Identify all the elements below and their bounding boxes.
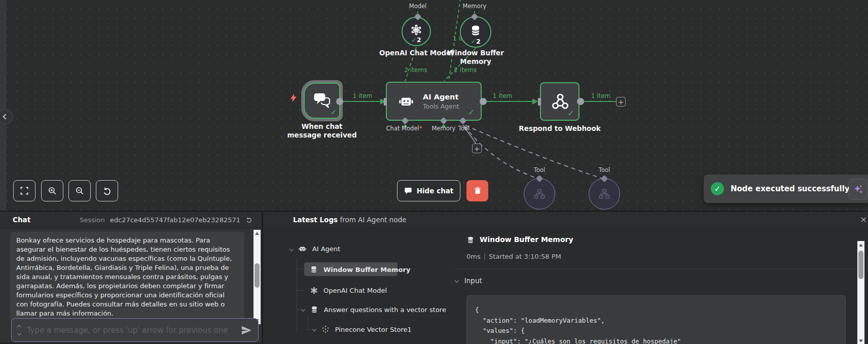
logs-scrollbar-thumb[interactable] — [858, 251, 863, 279]
chat-input-box[interactable] — [11, 318, 259, 342]
chat-scrollbar[interactable] — [254, 230, 261, 324]
port-label-memory-top: Memory — [463, 3, 487, 10]
toast-notification[interactable]: ✓ Node executed successfully — [704, 175, 868, 203]
undo-icon — [102, 186, 112, 196]
delete-execution-button[interactable] — [466, 180, 488, 201]
node-window-buffer-memory[interactable]: ✓2 — [460, 16, 491, 48]
add-tool-endpoint[interactable]: + — [472, 144, 482, 153]
chevron-down-icon[interactable] — [290, 247, 294, 251]
add-node-endpoint[interactable]: + — [616, 97, 626, 107]
agent-subtitle: Tools Agent — [423, 102, 459, 110]
chevron-down-icon[interactable] — [301, 307, 305, 312]
port-label-chat-model: Chat Model* — [386, 125, 422, 132]
database-icon — [469, 24, 482, 37]
log-tree-item-window-buffer-memory[interactable]: Window Buffer Memory — [309, 265, 410, 273]
reset-zoom-button[interactable] — [96, 180, 118, 201]
node-ai-agent[interactable]: AI Agent Tools Agent ✓ — [386, 82, 482, 121]
edge-label-trigger-agent: 1 item — [353, 92, 373, 99]
scroll-up-arrow[interactable] — [859, 244, 863, 247]
respond-output-port[interactable] — [577, 98, 584, 105]
respond-input-port[interactable] — [538, 98, 541, 106]
node-respond-webhook[interactable]: ✓ — [540, 82, 580, 121]
sparkles-icon — [853, 184, 864, 195]
log-tree-item-answer-questions[interactable]: Answer questions with a vector store — [302, 305, 446, 314]
tool2-label: Tool — [599, 166, 610, 174]
edge-label-agent-respond: 1 item — [493, 92, 513, 99]
zoom-in-button[interactable] — [41, 180, 63, 201]
database-icon — [309, 265, 318, 273]
detail-divider — [454, 269, 857, 269]
database-icon — [466, 236, 475, 244]
node-label-respond: Respond to Webhook — [514, 124, 605, 133]
started-at: Started at 3:10:58 PM — [489, 253, 561, 260]
lightning-bolt-icon — [288, 92, 299, 104]
check-icon: ✓ — [468, 108, 475, 117]
items-label-memory: 2 items — [454, 66, 477, 74]
chevron-down-icon[interactable] — [17, 331, 21, 335]
chat-bubble-icon — [404, 187, 412, 195]
logs-panel-title: Latest Logs from AI Agent node — [293, 216, 407, 224]
hide-chat-button[interactable]: Hide chat — [397, 180, 460, 201]
items-label-openai: 2 items — [405, 66, 427, 74]
sitemap-icon — [598, 187, 611, 200]
toast-message: Node executed successfully — [731, 184, 850, 193]
openai-logo-icon — [410, 23, 423, 37]
log-detail-title: Window Buffer Memory — [480, 235, 573, 244]
node-label-trigger: When chat message received — [284, 122, 360, 140]
workflow-canvas[interactable]: Model Memory 1 item ✓2 — [0, 0, 868, 211]
code-line: "values": { — [475, 326, 845, 336]
bottom-panel: Chat Session edc27ce4d55747fab12e07eb232… — [0, 211, 868, 344]
pinecone-icon — [321, 325, 330, 333]
session-id: edc27ce4d55747fab12e07eb23282571 — [110, 216, 240, 224]
check-icon: ✓ — [567, 109, 574, 118]
log-tree-item-openai-chat-model[interactable]: OpenAI Chat Model — [309, 286, 387, 295]
input-json-viewer[interactable]: { "action": "loadMemoryVariables", "valu… — [466, 295, 846, 344]
node-chat-trigger[interactable]: ✓ — [304, 83, 340, 119]
close-icon[interactable]: × — [860, 216, 867, 224]
logs-panel: Latest Logs from AI Agent node × AI Agen… — [263, 212, 868, 344]
input-section-toggle[interactable]: Input — [455, 277, 482, 285]
send-icon[interactable] — [241, 325, 252, 336]
scroll-down-arrow[interactable] — [859, 339, 863, 342]
duration: 0ms — [466, 253, 481, 260]
code-line: { — [475, 305, 845, 316]
agent-output-port[interactable] — [480, 98, 487, 105]
log-tree-item-ai-agent[interactable]: AI Agent — [290, 245, 340, 253]
log-detail-header: Window Buffer Memory — [466, 235, 573, 244]
ai-assistant-button[interactable] — [849, 179, 868, 200]
agent-input-port[interactable] — [384, 98, 387, 106]
port-label-model: Model — [409, 3, 427, 10]
chat-message-input[interactable] — [26, 325, 236, 335]
zoom-out-button[interactable] — [68, 180, 91, 201]
node-openai-chat-model[interactable]: ✓2 — [402, 17, 431, 46]
success-check-icon: ✓ — [711, 182, 724, 195]
log-tree-item-pinecone[interactable]: Pinecone Vector Store1 — [313, 325, 412, 333]
zoom-to-fit-button[interactable] — [13, 180, 35, 201]
zoom-out-icon — [75, 186, 85, 196]
agent-title: AI Agent — [423, 93, 459, 101]
logs-scrollbar[interactable] — [857, 241, 864, 344]
logs-panel-header: Latest Logs from AI Agent node × — [263, 212, 868, 228]
openai-logo-icon — [309, 286, 318, 295]
port-label-agent-memory: Memory — [432, 125, 456, 132]
tree-item-label: Answer questions with a vector store — [324, 306, 446, 314]
trigger-output-port[interactable] — [336, 98, 343, 105]
chat-scrollbar-thumb[interactable] — [255, 263, 260, 288]
chat-panel-title: Chat — [13, 216, 30, 224]
robot-icon — [298, 245, 307, 253]
history-arrows[interactable] — [18, 326, 21, 335]
zoom-in-icon — [47, 186, 57, 196]
refresh-session-icon[interactable] — [245, 216, 252, 223]
scroll-up-arrow[interactable] — [255, 232, 259, 235]
tool1-placeholder-node[interactable] — [524, 178, 555, 210]
tool2-placeholder-node[interactable] — [589, 178, 620, 210]
chevron-down-icon[interactable] — [312, 327, 316, 331]
tree-item-label: AI Agent — [312, 245, 340, 253]
robot-icon — [398, 93, 414, 110]
hide-chat-label: Hide chat — [417, 187, 454, 195]
edge-label-respond-out: 1 item — [591, 92, 611, 99]
chevron-up-icon[interactable] — [17, 325, 21, 329]
chat-bot-message: Bonkay ofrece servicios de hospedaje par… — [10, 232, 244, 322]
tool1-label: Tool — [534, 166, 545, 174]
n8n-workflow-window: Model Memory 1 item ✓2 — [0, 0, 868, 344]
